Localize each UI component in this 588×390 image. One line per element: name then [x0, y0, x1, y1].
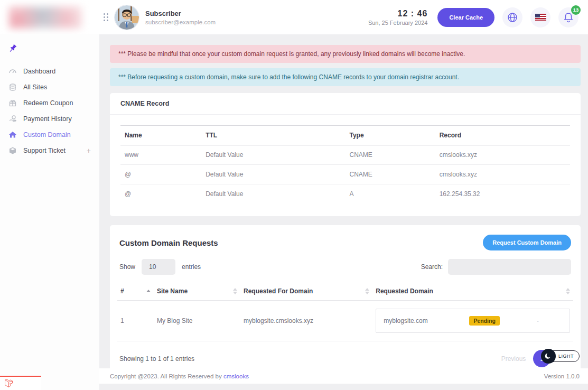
laravel-debugbar[interactable] — [0, 376, 41, 390]
cell-record: 162.254.35.32 — [435, 184, 570, 204]
alert-danger: *** Please be mindful that once your cus… — [110, 45, 581, 63]
sidebar-item-all-sites[interactable]: All Sites — [0, 79, 99, 95]
notifications-button[interactable]: 13 — [558, 7, 578, 27]
cell-name: www — [120, 145, 201, 165]
cell-record: cmslooks.xyz — [435, 165, 570, 184]
col-header-site-name[interactable]: Site Name — [154, 282, 240, 301]
clock-date: Sun, 25 February 2024 — [368, 20, 428, 26]
logo-area — [0, 0, 99, 34]
cell-record: cmslooks.xyz — [435, 145, 570, 165]
action-dash: - — [537, 317, 539, 324]
status-badge: Pending — [469, 316, 499, 326]
avatar[interactable] — [115, 5, 139, 30]
copyright: Copyright @2023. All Rights Reserved by … — [110, 373, 249, 379]
col-header-requested-for-domain[interactable]: Requested For Domain — [240, 282, 372, 301]
cell-ttl: Default Value — [201, 165, 345, 184]
cell-requested-for: myblogsite.cmslooks.xyz — [240, 301, 372, 341]
theme-toggle[interactable]: LIGHT — [541, 349, 580, 364]
sidebar-item-payment-history[interactable]: Payment History — [0, 111, 99, 127]
sites-stack-icon — [8, 83, 17, 91]
main-content: *** Please be mindful that once your cus… — [99, 34, 588, 390]
us-flag-icon — [535, 14, 546, 21]
entries-summary: Showing 1 to 1 of 1 entries — [119, 355, 194, 363]
col-header-name: Name — [120, 126, 201, 145]
sidebar-item-label: Support Ticket — [23, 147, 66, 154]
search-label: Search: — [421, 263, 443, 271]
app-root: Subscriber subscriber@example.com 12 : 4… — [0, 0, 588, 390]
sort-icon — [365, 288, 369, 294]
search-input[interactable] — [448, 259, 571, 275]
laravel-icon — [4, 379, 13, 388]
sort-icon — [233, 288, 237, 294]
cell-type: A — [345, 184, 435, 204]
custom-domain-requests-card: Custom Domain Requests Request Custom Do… — [110, 225, 581, 378]
clock-time: 12 : 46 — [368, 9, 428, 18]
requests-card-title: Custom Domain Requests — [119, 238, 218, 247]
cell-index: 1 — [117, 301, 154, 341]
entries-label: entries — [182, 263, 201, 271]
sidebar-item-redeem-coupon[interactable]: Redeem Coupon — [0, 95, 99, 111]
requested-domain-box: myblogsite.com Pending - — [376, 309, 570, 333]
brand-link[interactable]: cmslooks — [223, 373, 249, 379]
footer: Copyright @2023. All Rights Reserved by … — [99, 368, 588, 384]
sidebar: Dashboard All Sites — [0, 34, 99, 390]
sort-asc-icon — [146, 290, 151, 293]
show-label: Show — [119, 263, 135, 271]
requests-table: # Site Name Requested For Domain — [117, 282, 573, 341]
request-custom-domain-button[interactable]: Request Custom Domain — [483, 235, 571, 250]
header-actions: 12 : 46 Sun, 25 February 2024 Clear Cach… — [368, 7, 588, 27]
gift-icon — [8, 99, 17, 107]
payment-icon — [8, 115, 17, 123]
version-label: Version 1.0.0 — [544, 373, 580, 379]
sidebar-item-label: Redeem Coupon — [23, 99, 73, 107]
brand-logo[interactable] — [8, 6, 82, 29]
sidebar-item-label: Dashboard — [23, 68, 55, 75]
sidebar-pin-icon[interactable] — [0, 44, 99, 55]
dashboard-icon — [8, 67, 17, 76]
globe-icon — [507, 12, 518, 23]
col-header-record: Record — [435, 126, 570, 145]
cname-record-card: CNAME Record Name TTL Type Record — [110, 93, 581, 216]
sidebar-item-custom-domain[interactable]: Custom Domain — [0, 127, 99, 143]
table-row: www Default Value CNAME cmslooks.xyz — [120, 145, 570, 165]
sort-icon — [566, 288, 570, 294]
locale-flag-button[interactable] — [530, 7, 550, 27]
sidebar-item-label: All Sites — [23, 83, 47, 91]
clock: 12 : 46 Sun, 25 February 2024 — [368, 9, 428, 26]
col-header-index[interactable]: # — [117, 282, 154, 301]
cell-name: @ — [120, 184, 201, 204]
sidebar-item-support-ticket[interactable]: Support Ticket + — [0, 143, 99, 159]
table-row: @ Default Value CNAME cmslooks.xyz — [120, 165, 570, 184]
drag-handle-icon[interactable] — [104, 13, 108, 21]
user-email: subscriber@example.com — [145, 19, 216, 25]
cell-ttl: Default Value — [201, 145, 345, 165]
user-name: Subscriber — [145, 10, 216, 17]
cell-ttl: Default Value — [201, 184, 345, 204]
col-header-type: Type — [345, 126, 435, 145]
moon-icon — [541, 349, 556, 364]
col-header-ttl: TTL — [201, 126, 345, 145]
sidebar-item-dashboard[interactable]: Dashboard — [0, 63, 99, 79]
language-globe-button[interactable] — [502, 7, 522, 27]
table-row: 1 My Blog Site myblogsite.cmslooks.xyz m… — [117, 301, 573, 341]
table-row: @ Default Value A 162.254.35.32 — [120, 184, 570, 204]
cell-type: CNAME — [345, 165, 435, 184]
col-header-requested-domain[interactable]: Requested Domain — [372, 282, 573, 301]
cell-type: CNAME — [345, 145, 435, 165]
sidebar-item-label: Payment History — [23, 115, 72, 123]
user-meta: Subscriber subscriber@example.com — [145, 10, 216, 25]
notification-count-badge: 13 — [571, 5, 581, 15]
cname-table: Name TTL Type Record www Default Value C… — [120, 125, 570, 203]
requested-domain-value: myblogsite.com — [384, 317, 469, 324]
sidebar-item-label: Custom Domain — [23, 131, 71, 138]
user-block: Subscriber subscriber@example.com — [99, 5, 216, 30]
pagination-previous[interactable]: Previous — [501, 355, 526, 363]
alert-info: *** Before requesting a custom domain, m… — [110, 68, 581, 86]
clear-cache-button[interactable]: Clear Cache — [437, 8, 494, 27]
ticket-box-icon — [8, 146, 17, 155]
expand-plus-icon[interactable]: + — [87, 146, 91, 155]
page-length-control: Show 10 entries — [119, 259, 201, 275]
page-length-select[interactable]: 10 — [142, 259, 175, 275]
cname-card-title: CNAME Record — [110, 93, 581, 115]
cell-name: @ — [120, 165, 201, 184]
